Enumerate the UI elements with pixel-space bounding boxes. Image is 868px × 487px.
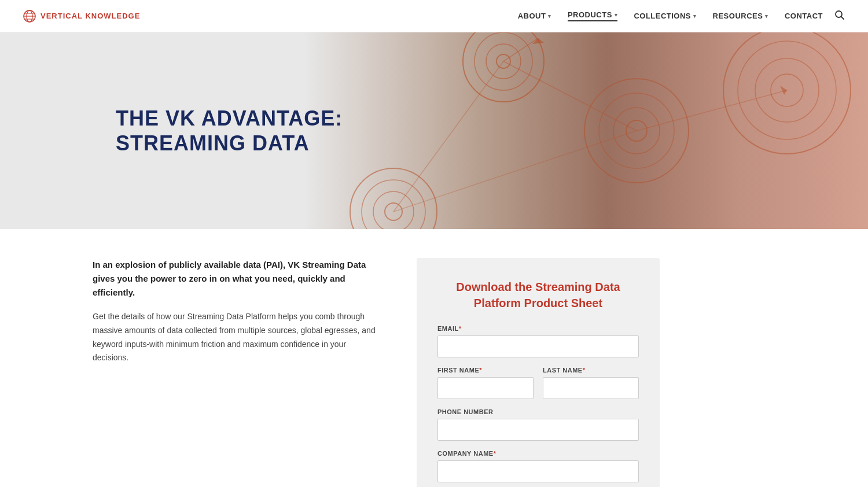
required-indicator: * bbox=[494, 450, 496, 457]
nav-item-contact[interactable]: CONTACT bbox=[785, 12, 823, 20]
company-input[interactable] bbox=[437, 460, 639, 482]
intro-body-text: Get the details of how our Streaming Dat… bbox=[93, 310, 382, 365]
nav-item-about[interactable]: ABOUT ▾ bbox=[518, 12, 551, 20]
company-label: COMPANY NAME* bbox=[437, 450, 639, 457]
globe-icon bbox=[23, 10, 36, 23]
nav-link-collections[interactable]: COLLECTIONS ▾ bbox=[634, 12, 696, 20]
svg-marker-29 bbox=[780, 86, 787, 95]
email-input[interactable] bbox=[437, 335, 639, 357]
search-icon[interactable] bbox=[834, 10, 845, 23]
nav-link-products[interactable]: PRODUCTS ▾ bbox=[568, 10, 617, 21]
chevron-down-icon: ▾ bbox=[615, 12, 618, 18]
logo[interactable]: VERTICAL KNOWLEDGE bbox=[23, 10, 140, 23]
hero-section: THE VK ADVANTAGE: STREAMING DATA bbox=[0, 32, 868, 229]
svg-point-16 bbox=[723, 32, 851, 154]
first-name-input[interactable] bbox=[437, 377, 534, 399]
svg-line-26 bbox=[393, 61, 503, 212]
nav-item-products[interactable]: PRODUCTS ▾ bbox=[568, 10, 617, 21]
form-group-email: EMAIL* bbox=[437, 325, 639, 357]
nav-link-resources[interactable]: RESOURCES ▾ bbox=[713, 12, 768, 20]
navbar: VERTICAL KNOWLEDGE ABOUT ▾ PRODUCTS ▾ CO… bbox=[0, 0, 868, 32]
form-title: Download the Streaming Data Platform Pro… bbox=[437, 279, 639, 311]
main-content: In an explosion of publicly available da… bbox=[0, 229, 868, 487]
last-name-input[interactable] bbox=[543, 377, 639, 399]
phone-label: PHONE NUMBER bbox=[437, 408, 639, 415]
nav-item-resources[interactable]: RESOURCES ▾ bbox=[713, 12, 768, 20]
form-row-name: FIRST NAME* LAST NAME* bbox=[437, 367, 639, 399]
nav-links: ABOUT ▾ PRODUCTS ▾ COLLECTIONS ▾ RESOURC… bbox=[518, 10, 823, 21]
required-indicator: * bbox=[583, 367, 586, 374]
chevron-down-icon: ▾ bbox=[765, 13, 768, 19]
nav-item-collections[interactable]: COLLECTIONS ▾ bbox=[634, 12, 696, 20]
svg-line-6 bbox=[841, 16, 844, 19]
svg-line-27 bbox=[393, 131, 637, 212]
hero-title: THE VK ADVANTAGE: STREAMING DATA bbox=[116, 106, 343, 156]
email-label: EMAIL* bbox=[437, 325, 639, 332]
form-group-company: COMPANY NAME* bbox=[437, 450, 639, 482]
svg-line-25 bbox=[637, 90, 787, 131]
required-indicator: * bbox=[479, 367, 482, 374]
required-indicator: * bbox=[459, 325, 462, 332]
form-group-phone: PHONE NUMBER bbox=[437, 408, 639, 441]
form-group-first-name: FIRST NAME* bbox=[437, 367, 534, 399]
nav-link-about[interactable]: ABOUT ▾ bbox=[518, 12, 551, 20]
form-card: Download the Streaming Data Platform Pro… bbox=[417, 258, 660, 487]
left-text-section: In an explosion of publicly available da… bbox=[93, 258, 382, 365]
last-name-label: LAST NAME* bbox=[543, 367, 639, 374]
svg-point-22 bbox=[373, 191, 414, 229]
form-group-last-name: LAST NAME* bbox=[543, 367, 639, 399]
first-name-label: FIRST NAME* bbox=[437, 367, 534, 374]
nav-link-contact[interactable]: CONTACT bbox=[785, 12, 823, 20]
chevron-down-icon: ▾ bbox=[693, 13, 697, 19]
logo-text: VERTICAL KNOWLEDGE bbox=[41, 12, 140, 20]
intro-bold-text: In an explosion of publicly available da… bbox=[93, 258, 382, 300]
chevron-down-icon: ▾ bbox=[548, 13, 551, 19]
hero-content: THE VK ADVANTAGE: STREAMING DATA bbox=[0, 106, 343, 156]
phone-input[interactable] bbox=[437, 419, 639, 441]
